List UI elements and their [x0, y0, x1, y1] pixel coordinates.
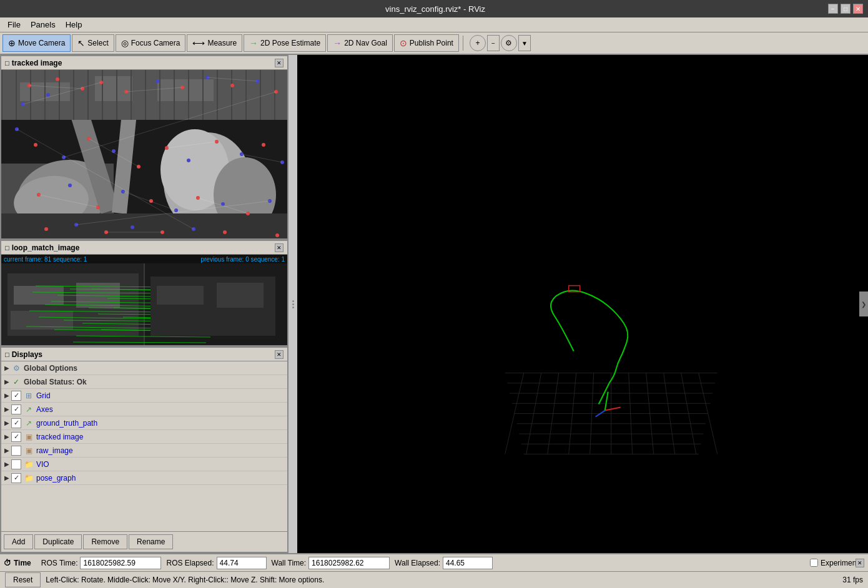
loop-match-close[interactable]: ✕: [275, 243, 284, 252]
loop-match-canvas: current frame: 81 sequence: 1 previous f…: [1, 255, 287, 345]
wall-elapsed-group: Wall Elapsed:: [395, 557, 493, 569]
loop-previous-frame: previous frame: 0 sequence: 1: [200, 256, 285, 263]
loop-match-content: [1, 255, 287, 345]
select-button[interactable]: ↖ Select: [72, 34, 114, 52]
display-row-pose-graph[interactable]: ▶ 📁 pose_graph: [1, 471, 287, 485]
loop-current-frame: current frame: 81 sequence: 1: [4, 256, 87, 263]
pose-graph-label[interactable]: pose_graph: [36, 474, 76, 483]
grip-dot-2: [292, 303, 294, 305]
add-button[interactable]: Add: [4, 534, 33, 549]
raw-image-checkbox[interactable]: [11, 446, 21, 456]
expand-pose-graph[interactable]: ▶: [2, 474, 11, 481]
raw-image-label[interactable]: raw_image: [36, 446, 73, 455]
loop-match-panel: □ loop_match_image ✕ current frame: 81 s…: [0, 240, 289, 346]
tracked-image-header: □ tracked image ✕: [1, 56, 287, 70]
move-camera-label: Move Camera: [18, 39, 65, 47]
ros-time-field[interactable]: [80, 557, 161, 569]
viewport-3d-canvas[interactable]: [297, 55, 868, 553]
ros-time-group: ROS Time:: [41, 557, 162, 569]
display-row-axes[interactable]: ▶ ↗ Axes: [1, 403, 287, 416]
expand-icon-2[interactable]: ▶: [2, 378, 11, 385]
focus-camera-icon: ◎: [121, 38, 129, 48]
title-bar: vins_rviz_config.rviz* - RViz − □ ✕: [0, 0, 868, 17]
maximize-button[interactable]: □: [841, 4, 851, 14]
tracked-image-checkbox[interactable]: [11, 432, 21, 442]
axes-label[interactable]: Axes: [36, 405, 53, 414]
rename-button[interactable]: Rename: [129, 534, 173, 549]
focus-camera-button[interactable]: ◎ Focus Camera: [116, 34, 186, 52]
ground-truth-label[interactable]: ground_truth_path: [36, 419, 97, 428]
status-bar: Reset Left-Click: Rotate. Middle-Click: …: [0, 572, 868, 588]
wall-time-group: Wall Time:: [272, 557, 390, 569]
time-bar-close[interactable]: ✕: [856, 559, 864, 567]
axes-checkbox[interactable]: [11, 404, 21, 414]
vio-label[interactable]: VIO: [36, 460, 49, 469]
measure-button[interactable]: ⟷ Measure: [187, 34, 242, 52]
display-row-raw-image[interactable]: ▶ ▣ raw_image: [1, 444, 287, 458]
global-options-label[interactable]: Global Options: [24, 364, 77, 373]
move-camera-button[interactable]: ⊕ Move Camera: [2, 34, 71, 52]
displays-buttons: Add Duplicate Remove Rename: [1, 531, 287, 552]
tracked-image-display-label[interactable]: tracked image: [36, 433, 83, 441]
time-close-btn[interactable]: ✕: [856, 559, 864, 567]
wall-elapsed-field[interactable]: [443, 557, 493, 569]
display-row-vio[interactable]: ▶ 📁 VIO: [1, 458, 287, 471]
expand-vio[interactable]: ▶: [2, 461, 11, 468]
time-label: Time: [14, 559, 31, 567]
grid-checkbox[interactable]: [11, 391, 21, 401]
displays-title: Displays: [12, 350, 42, 359]
menu-file[interactable]: File: [2, 19, 26, 31]
minimize-button[interactable]: −: [828, 4, 838, 14]
grid-label[interactable]: Grid: [36, 391, 51, 400]
expand-tracked-image[interactable]: ▶: [2, 433, 11, 440]
tracked-image-close[interactable]: ✕: [275, 59, 284, 67]
expand-grid[interactable]: ▶: [2, 392, 11, 399]
wall-time-field[interactable]: [308, 557, 390, 569]
time-section-title: ⏱ Time: [4, 559, 31, 567]
display-row-grid[interactable]: ▶ ⊞ Grid: [1, 389, 287, 403]
wall-elapsed-label: Wall Elapsed:: [395, 559, 440, 567]
display-row-global-options[interactable]: ▶ ⚙ Global Options: [1, 361, 287, 375]
pose-graph-icon: 📁: [24, 473, 34, 483]
tracked-image-content: [1, 70, 287, 238]
axes-icon: ↗: [24, 404, 34, 414]
pose-graph-checkbox[interactable]: [11, 473, 21, 483]
display-row-tracked-image[interactable]: ▶ ▣ tracked image: [1, 430, 287, 444]
vio-icon: 📁: [24, 459, 34, 469]
publish-point-button[interactable]: ⊙ Publish Point: [394, 34, 459, 52]
display-row-global-status[interactable]: ▶ ✓ Global Status: Ok: [1, 375, 287, 389]
ros-elapsed-label: ROS Elapsed:: [166, 559, 214, 567]
viewport-3d[interactable]: ❯: [297, 55, 868, 553]
ground-truth-checkbox[interactable]: [11, 418, 21, 428]
experimental-checkbox[interactable]: [810, 559, 818, 567]
display-row-ground-truth[interactable]: ▶ ↗ ground_truth_path: [1, 416, 287, 430]
duplicate-button[interactable]: Duplicate: [34, 534, 82, 549]
expand-axes[interactable]: ▶: [2, 406, 11, 413]
window-title: vins_rviz_config.rviz* - RViz: [42, 4, 828, 14]
global-status-icon: ✓: [11, 377, 21, 387]
panel-resize-handle[interactable]: [289, 55, 297, 553]
pose-estimate-button[interactable]: → 2D Pose Estimate: [244, 34, 326, 52]
expand-ground-truth[interactable]: ▶: [2, 419, 11, 426]
close-button[interactable]: ✕: [853, 4, 863, 14]
reset-button[interactable]: Reset: [5, 572, 41, 587]
expand-raw-image[interactable]: ▶: [2, 447, 11, 454]
remove-button[interactable]: Remove: [83, 534, 127, 549]
camera-settings-button[interactable]: ⚙: [501, 35, 517, 51]
ros-elapsed-field[interactable]: [217, 557, 267, 569]
expand-icon[interactable]: ▶: [2, 365, 11, 371]
displays-close[interactable]: ✕: [275, 350, 284, 359]
wall-time-label: Wall Time:: [272, 559, 307, 567]
add-display-button[interactable]: +: [470, 35, 486, 51]
zoom-minus-button[interactable]: −: [487, 35, 500, 51]
menu-help[interactable]: Help: [61, 19, 87, 31]
tracked-image-panel: □ tracked image ✕: [0, 55, 289, 240]
nav-goal-button[interactable]: → 2D Nav Goal: [327, 34, 393, 52]
global-status-label[interactable]: Global Status: Ok: [24, 378, 87, 386]
viewport-collapse-right[interactable]: ❯: [859, 292, 868, 316]
publish-point-icon: ⊙: [400, 38, 407, 48]
vio-checkbox[interactable]: [11, 459, 21, 469]
menu-panels[interactable]: Panels: [26, 19, 61, 31]
dropdown-button[interactable]: ▼: [518, 35, 531, 51]
grip-dot-3: [292, 306, 294, 308]
